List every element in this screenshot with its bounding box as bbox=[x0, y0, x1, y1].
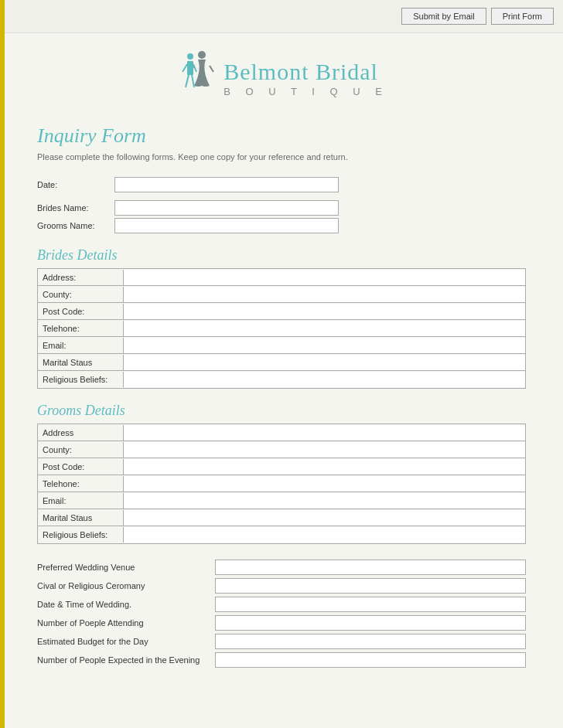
groom-county-input[interactable] bbox=[123, 442, 525, 458]
evening-people-label: Number of People Expected in the Evening bbox=[37, 655, 215, 665]
budget-row: Estimated Budget for the Day bbox=[37, 634, 526, 649]
logo-title: Belmont Bridal bbox=[223, 59, 378, 84]
logo-subtitle: B O U T I Q U E bbox=[223, 86, 388, 97]
date-row: Date: bbox=[37, 177, 526, 192]
bride-address-input[interactable] bbox=[123, 270, 525, 285]
page: Submit by Email Print Form Belmont Br bbox=[0, 0, 563, 728]
wedding-details-section: Preferred Wedding Venue Cival or Religio… bbox=[37, 560, 526, 668]
wedding-date-label: Date & Time of Wedding. bbox=[37, 600, 215, 609]
groom-marital-label: Marital Staus bbox=[38, 511, 123, 525]
header: Belmont Bridal B O U T I Q U E bbox=[0, 33, 563, 117]
svg-point-3 bbox=[187, 53, 193, 60]
grooms-details-block: Address County: Post Code: Telehone: Ema… bbox=[37, 424, 526, 544]
groom-postcode-row: Post Code: bbox=[38, 458, 525, 475]
groom-telephone-label: Telehone: bbox=[38, 477, 123, 491]
svg-line-6 bbox=[193, 64, 196, 72]
ceremony-type-row: Cival or Religious Ceromany bbox=[37, 578, 526, 594]
logo-text: Belmont Bridal B O U T I Q U E bbox=[223, 59, 388, 97]
grooms-name-input[interactable] bbox=[114, 218, 339, 233]
bride-marital-label: Marital Staus bbox=[38, 355, 123, 369]
groom-address-input[interactable] bbox=[123, 425, 525, 441]
svg-rect-4 bbox=[187, 61, 193, 75]
groom-email-label: Email: bbox=[38, 494, 123, 508]
groom-email-input[interactable] bbox=[123, 493, 525, 509]
bride-marital-input[interactable] bbox=[123, 355, 525, 370]
groom-postcode-input[interactable] bbox=[123, 459, 525, 475]
main-content: Inquiry Form Please complete the followi… bbox=[0, 117, 563, 694]
groom-county-row: County: bbox=[38, 441, 525, 458]
bride-email-row: Email: bbox=[38, 337, 525, 354]
brides-name-input[interactable] bbox=[114, 200, 339, 216]
print-form-button[interactable]: Print Form bbox=[491, 8, 554, 25]
date-label: Date: bbox=[37, 180, 114, 189]
names-section: Brides Name: Grooms Name: bbox=[37, 200, 526, 233]
bride-county-label: County: bbox=[38, 287, 123, 301]
budget-label: Estimated Budget for the Day bbox=[37, 637, 215, 646]
bride-telephone-row: Telehone: bbox=[38, 320, 525, 337]
groom-postcode-label: Post Code: bbox=[38, 460, 123, 474]
bride-email-label: Email: bbox=[38, 338, 123, 352]
grooms-section-title: Grooms Details bbox=[37, 403, 526, 419]
svg-line-7 bbox=[186, 75, 189, 87]
bride-religion-label: Religious Beliefs: bbox=[38, 373, 123, 386]
brides-section-title: Brides Details bbox=[37, 247, 526, 264]
bride-address-label: Address: bbox=[38, 270, 123, 284]
budget-input[interactable] bbox=[215, 634, 526, 649]
logo-figure-icon bbox=[175, 47, 217, 109]
svg-line-8 bbox=[192, 75, 194, 87]
wedding-venue-row: Preferred Wedding Venue bbox=[37, 560, 526, 575]
bride-postcode-row: Post Code: bbox=[38, 303, 525, 320]
form-description: Please complete the following forms. Kee… bbox=[37, 152, 526, 162]
groom-address-label: Address bbox=[38, 426, 123, 440]
groom-religion-label: Religious Beliefs: bbox=[38, 528, 123, 542]
people-attending-input[interactable] bbox=[215, 615, 526, 631]
bride-postcode-label: Post Code: bbox=[38, 304, 123, 318]
bride-telephone-label: Telehone: bbox=[38, 321, 123, 335]
wedding-date-input[interactable] bbox=[215, 597, 526, 612]
wedding-venue-label: Preferred Wedding Venue bbox=[37, 563, 215, 572]
submit-email-button[interactable]: Submit by Email bbox=[401, 8, 486, 25]
bride-email-input[interactable] bbox=[123, 338, 525, 353]
grooms-name-label: Grooms Name: bbox=[37, 221, 114, 230]
basic-fields-section: Date: Brides Name: Grooms Name: bbox=[37, 177, 526, 233]
bride-county-row: County: bbox=[38, 286, 525, 303]
groom-county-label: County: bbox=[38, 443, 123, 457]
people-attending-label: Number of Poeple Attending bbox=[37, 618, 215, 628]
groom-telephone-row: Telehone: bbox=[38, 475, 525, 492]
groom-marital-input[interactable] bbox=[123, 510, 525, 526]
svg-point-0 bbox=[198, 51, 206, 59]
wedding-date-row: Date & Time of Wedding. bbox=[37, 597, 526, 612]
date-input[interactable] bbox=[114, 177, 339, 192]
brides-name-row: Brides Name: bbox=[37, 200, 526, 216]
grooms-name-row: Grooms Name: bbox=[37, 218, 526, 233]
evening-people-input[interactable] bbox=[215, 652, 526, 668]
bride-county-input[interactable] bbox=[123, 287, 525, 302]
top-bar: Submit by Email Print Form bbox=[0, 0, 563, 33]
ceremony-type-input[interactable] bbox=[215, 578, 526, 594]
groom-email-row: Email: bbox=[38, 492, 525, 509]
bride-marital-row: Marital Staus bbox=[38, 354, 525, 371]
bride-address-row: Address: bbox=[38, 269, 525, 286]
evening-people-row: Number of People Expected in the Evening bbox=[37, 652, 526, 668]
ceremony-type-label: Cival or Religious Ceromany bbox=[37, 581, 215, 590]
svg-line-5 bbox=[183, 64, 187, 72]
groom-religion-row: Religious Beliefs: bbox=[38, 526, 525, 543]
groom-marital-row: Marital Staus bbox=[38, 509, 525, 526]
bride-telephone-input[interactable] bbox=[123, 321, 525, 336]
bride-religion-input[interactable] bbox=[123, 372, 525, 387]
people-attending-row: Number of Poeple Attending bbox=[37, 615, 526, 631]
bride-religion-row: Religious Beliefs: bbox=[38, 371, 525, 388]
brides-details-block: Address: County: Post Code: Telehone: Em… bbox=[37, 268, 526, 389]
groom-address-row: Address bbox=[38, 424, 525, 441]
bride-postcode-input[interactable] bbox=[123, 304, 525, 319]
brides-name-label: Brides Name: bbox=[37, 203, 114, 213]
yellow-accent-line bbox=[0, 0, 5, 728]
svg-line-2 bbox=[210, 66, 213, 72]
groom-religion-input[interactable] bbox=[123, 527, 525, 543]
form-title: Inquiry Form bbox=[37, 124, 526, 148]
wedding-venue-input[interactable] bbox=[215, 560, 526, 575]
groom-telephone-input[interactable] bbox=[123, 476, 525, 492]
logo-area: Belmont Bridal B O U T I Q U E bbox=[175, 47, 388, 109]
